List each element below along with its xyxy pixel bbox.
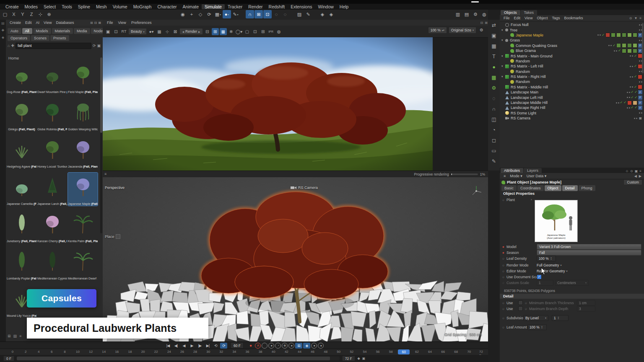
attr-pin-icon[interactable]: ⊹: [626, 169, 628, 173]
attr-back-icon[interactable]: ◀: [634, 174, 637, 178]
mode-dropdown[interactable]: Mode ▾: [508, 174, 525, 178]
autokey-button[interactable]: A: [255, 343, 261, 349]
render-visibility-dot[interactable]: [632, 86, 633, 88]
db-lock-icon[interactable]: ▣: [97, 44, 101, 48]
asset-item[interactable]: Lombardy Poplar (Fall...: [7, 247, 36, 280]
pass-dropdown[interactable]: Beauty▾: [128, 28, 147, 35]
aov-sphere-icon[interactable]: ●▾: [148, 28, 155, 35]
asset-subtab-operators[interactable]: Operators: [8, 35, 30, 41]
object-row[interactable]: Common Quaking Grass✓F: [500, 43, 644, 48]
modeling-menu-icon[interactable]: ▦▾: [214, 10, 222, 18]
primitive-menu-icon[interactable]: ●▾: [223, 10, 231, 18]
subdivision-field[interactable]: 1▲▼: [552, 315, 569, 321]
pixel-probe-icon[interactable]: ⊹: [164, 28, 171, 35]
enabled-check-icon[interactable]: ✓: [631, 96, 634, 99]
rv-close-icon[interactable]: ⊠: [485, 21, 488, 25]
scale-key-button[interactable]: ◔: [275, 343, 281, 349]
material-chip[interactable]: [627, 43, 632, 48]
edges-mode-icon[interactable]: ▩: [488, 72, 500, 83]
editor-visibility-dot[interactable]: [630, 76, 631, 78]
quantize-icon[interactable]: ⊡: [263, 10, 272, 18]
asset-tab-materials[interactable]: Materials: [52, 28, 73, 34]
attr-tab-basic[interactable]: Basic: [501, 185, 517, 191]
editor-visibility-dot[interactable]: [639, 71, 640, 72]
editor-visibility-dot[interactable]: [639, 60, 640, 62]
layout-tab-icon-3[interactable]: ◈: [2, 36, 4, 39]
menu-render[interactable]: Render: [245, 4, 265, 9]
attr-burger-icon[interactable]: ≡: [639, 169, 641, 173]
editor-visibility-dot[interactable]: [597, 34, 599, 36]
asset-tab-all[interactable]: All: [22, 28, 32, 34]
timeline-cam-icon[interactable]: ▣: [362, 357, 366, 360]
material-chip[interactable]: [616, 33, 621, 37]
material-chip[interactable]: [622, 49, 626, 53]
editor-visibility-dot[interactable]: [630, 86, 631, 88]
next-frame-button[interactable]: |▶: [196, 343, 203, 349]
object-row[interactable]: Landscape Main✓✓F: [500, 90, 644, 95]
object-mode-icon[interactable]: ◻: [488, 135, 500, 145]
menu-extensions[interactable]: Extensions: [288, 4, 315, 9]
coord-system-icon[interactable]: ⊕: [45, 10, 53, 18]
expander-icon[interactable]: ▾: [501, 39, 505, 42]
object-row[interactable]: Blue Grama✓F: [500, 48, 644, 53]
object-manager-scrollbar[interactable]: [642, 23, 644, 73]
timeline-scrollbar[interactable]: [17, 357, 340, 360]
marker-b-button[interactable]: ●: [318, 343, 324, 349]
dome-icon[interactable]: ◯▾: [236, 28, 243, 35]
interactive-render-icon[interactable]: ◍: [480, 10, 488, 18]
asset-item[interactable]: Hedgehog Agave (Fall...: [7, 135, 36, 168]
enabled-check-icon[interactable]: ✓: [631, 90, 634, 94]
range-end-field[interactable]: 72 F: [342, 356, 355, 361]
expander-icon[interactable]: ▾: [501, 65, 505, 68]
enabled-check-icon[interactable]: ✓: [623, 101, 626, 104]
asset-menu-create[interactable]: Create: [8, 21, 23, 25]
enabled-check-icon[interactable]: ✓: [613, 44, 615, 47]
om-menu-file[interactable]: File: [501, 16, 512, 20]
asset-item[interactable]: Globe Robinia (Fall, Pl...: [37, 98, 67, 131]
asset-subtab-scenes[interactable]: Scenes: [31, 35, 49, 41]
render-view-icon[interactable]: ▥: [454, 10, 462, 18]
om-menu-edit[interactable]: Edit: [512, 16, 523, 20]
record-button[interactable]: ●: [247, 343, 254, 349]
workplane-icon[interactable]: ▨: [295, 10, 304, 18]
material-chip[interactable]: [627, 49, 632, 53]
mode-b-icon[interactable]: ◌: [281, 10, 289, 18]
asset-scrollbar[interactable]: [100, 57, 102, 233]
render-visibility-dot[interactable]: [618, 102, 619, 103]
expander-icon[interactable]: ▾: [501, 75, 505, 78]
object-row[interactable]: Random: [500, 79, 644, 84]
snap-mode-icon[interactable]: ∩: [488, 103, 500, 114]
attr-tab-coordinates[interactable]: Coordinates: [517, 185, 544, 191]
render-visibility-dot[interactable]: [641, 112, 642, 114]
om-menu-object[interactable]: Object: [535, 16, 550, 20]
model-dropdown[interactable]: Variant 3 Full-Grown: [537, 244, 641, 250]
menu-select[interactable]: Select: [41, 4, 59, 9]
render-visibility-dot[interactable]: [629, 92, 630, 93]
object-row[interactable]: RS Camera⊠: [500, 116, 644, 121]
om-menu-tags[interactable]: Tags: [550, 16, 562, 20]
editor-visibility-dot[interactable]: [639, 40, 640, 41]
om-search-icon[interactable]: ⊙: [629, 16, 632, 20]
prev-key-button[interactable]: ◀|: [172, 343, 179, 349]
perspective-viewport[interactable]: Perspective RS Camera Place Grid Spacing…: [103, 177, 488, 341]
zoom-field[interactable]: 100 %▴▾: [428, 27, 447, 34]
subdivision-mode-dropdown[interactable]: By Level▾: [523, 315, 548, 321]
editor-visibility-dot[interactable]: [616, 102, 617, 103]
expander-icon[interactable]: ▾: [501, 28, 505, 32]
asset-item[interactable]: Honey Locust 'Sunbur...: [37, 135, 67, 168]
object-row[interactable]: ▾Tree: [500, 27, 644, 32]
timeline-ruler[interactable]: 0246810121416182022242628303234363840424…: [0, 349, 488, 355]
polygons-mode-icon[interactable]: ⚙: [488, 83, 500, 93]
enabled-check-icon[interactable]: ✓: [602, 34, 605, 37]
asset-tab-models[interactable]: Models: [33, 28, 51, 34]
render-visibility-dot[interactable]: [610, 45, 612, 46]
attr-tab-phong[interactable]: Phong: [579, 185, 595, 191]
viewport-label[interactable]: Perspective: [105, 186, 125, 190]
render-mode-dropdown[interactable]: Full Geometry▾: [537, 263, 561, 267]
list-view-icon[interactable]: ▤: [13, 334, 17, 338]
material-chip[interactable]: [633, 101, 637, 105]
asset-item[interactable]: Kanzan Cherry (Fall, Pl...: [37, 210, 67, 243]
timeline-scrubber[interactable]: 60: [398, 349, 410, 354]
enabled-check-icon[interactable]: ✓: [634, 54, 637, 58]
tag-badge[interactable]: F: [638, 90, 642, 94]
